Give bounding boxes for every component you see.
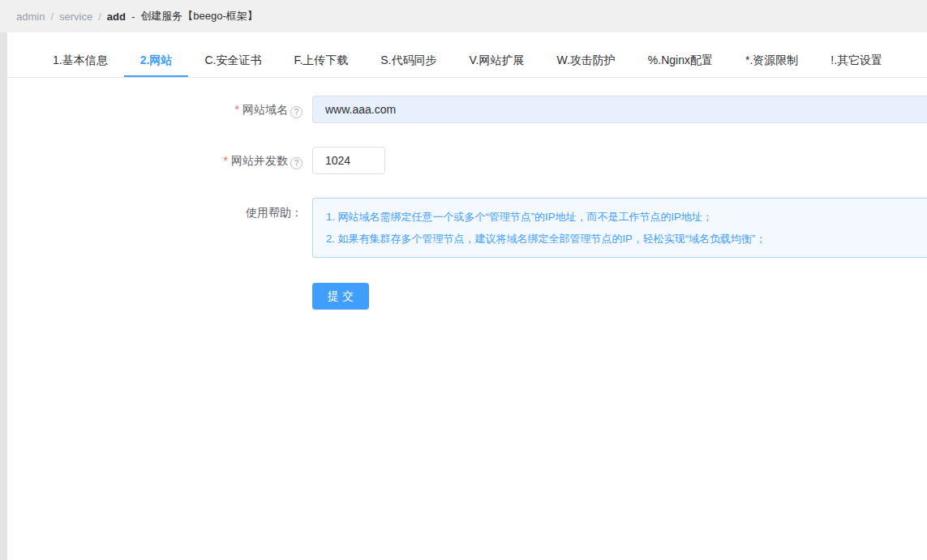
concurrency-control <box>312 147 927 174</box>
tab-upload-download[interactable]: F.上传下载 <box>277 45 364 77</box>
content-panel: 1.基本信息 2.网站 C.安全证书 F.上传下载 S.代码同步 V.网站扩展 … <box>7 32 927 560</box>
form-row-concurrency: *网站并发数? <box>7 147 927 174</box>
breadcrumb-item-add: add <box>107 11 126 23</box>
usage-help-line: 1. 网站域名需绑定任意一个或多个“管理节点”的IP地址，而不是工作节点的IP地… <box>326 206 914 228</box>
usage-help-box: 1. 网站域名需绑定任意一个或多个“管理节点”的IP地址，而不是工作节点的IP地… <box>312 198 927 258</box>
tab-other-settings[interactable]: !.其它设置 <box>814 45 899 77</box>
breadcrumb-item-admin[interactable]: admin <box>16 11 45 23</box>
service-form: *网站域名? *网站并发数? 使用帮助： 1. 网站域名需绑定任意一个或多个“管… <box>7 78 927 310</box>
page-title: 创建服务【beego-框架】 <box>140 9 257 24</box>
required-mark: * <box>224 154 228 167</box>
tab-nginx-config[interactable]: %.Nginx配置 <box>632 45 729 77</box>
tab-code-sync[interactable]: S.代码同步 <box>364 45 453 77</box>
usage-help-control: 1. 网站域名需绑定任意一个或多个“管理节点”的IP地址，而不是工作节点的IP地… <box>312 198 927 258</box>
concurrency-label-text: 网站并发数 <box>231 154 288 167</box>
tab-basic-info[interactable]: 1.基本信息 <box>36 45 124 77</box>
breadcrumb-item-service[interactable]: service <box>59 11 92 23</box>
submit-button[interactable]: 提 交 <box>312 283 369 310</box>
breadcrumb-separator: / <box>50 11 54 23</box>
breadcrumb-dash: - <box>131 11 135 23</box>
breadcrumb: admin / service / add - 创建服务【beego-框架】 <box>0 0 927 32</box>
domain-help-icon[interactable]: ? <box>290 106 303 118</box>
domain-control <box>312 96 927 123</box>
concurrency-label: *网站并发数? <box>7 147 312 174</box>
tab-website[interactable]: 2.网站 <box>124 45 189 77</box>
tab-resource-limit[interactable]: *.资源限制 <box>729 45 814 77</box>
usage-help-label: 使用帮助： <box>7 198 312 220</box>
submit-row: 提 交 <box>7 283 927 310</box>
form-row-domain: *网站域名? <box>7 96 927 123</box>
tab-bar: 1.基本信息 2.网站 C.安全证书 F.上传下载 S.代码同步 V.网站扩展 … <box>7 45 927 78</box>
concurrency-input[interactable] <box>312 147 385 174</box>
form-row-usage-help: 使用帮助： 1. 网站域名需绑定任意一个或多个“管理节点”的IP地址，而不是工作… <box>7 198 927 258</box>
tab-ssl-cert[interactable]: C.安全证书 <box>188 45 277 77</box>
tab-attack-protect[interactable]: W.攻击防护 <box>540 45 631 77</box>
breadcrumb-separator: / <box>98 11 101 23</box>
domain-label: *网站域名? <box>7 96 312 123</box>
required-mark: * <box>235 103 239 116</box>
domain-label-text: 网站域名 <box>242 103 288 116</box>
concurrency-help-icon[interactable]: ? <box>290 157 303 169</box>
domain-input[interactable] <box>312 96 927 123</box>
tab-website-extend[interactable]: V.网站扩展 <box>453 45 541 77</box>
usage-help-line: 2. 如果有集群存多个管理节点，建议将域名绑定全部管理节点的IP，轻松实现“域名… <box>326 228 914 250</box>
